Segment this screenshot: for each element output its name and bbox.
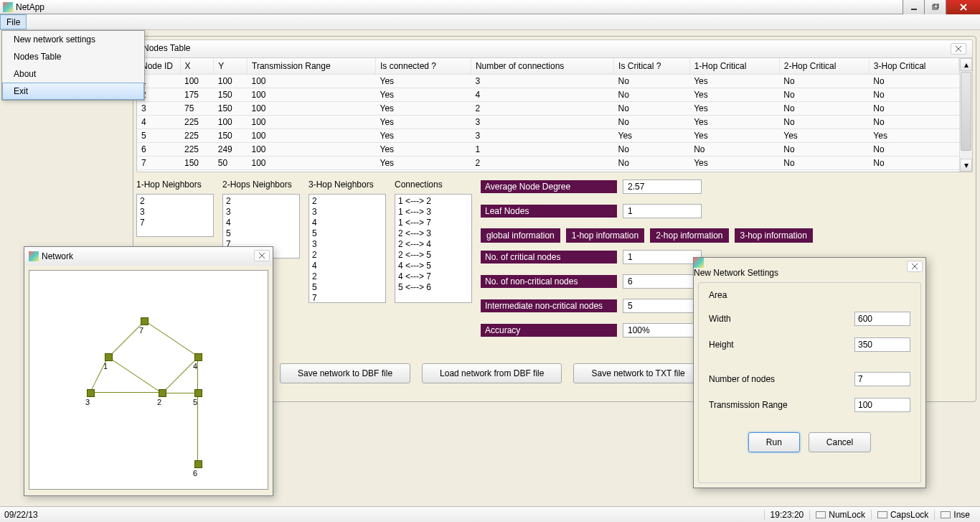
list-item[interactable]: 2 <---> 5 — [398, 250, 468, 261]
column-header[interactable]: Is connected ? — [375, 58, 471, 74]
list-item[interactable]: 7 — [140, 218, 210, 228]
3hop-info-button[interactable]: 3-hop information — [735, 228, 813, 243]
list-item[interactable]: 4 — [226, 218, 296, 228]
noncritical-label: No. of non-critical nodes — [481, 275, 617, 288]
table-wrap: Node IDXYTransmission RangeIs connected … — [137, 58, 972, 172]
save-txt-button[interactable]: Save network to TXT file — [573, 363, 702, 383]
edge — [90, 392, 162, 393]
network-window: Network 1234567 — [24, 246, 273, 496]
3hop-label: 3-Hop Neighbors — [308, 180, 386, 190]
run-button[interactable]: Run — [748, 432, 800, 452]
list-item[interactable]: 4 <---> 7 — [398, 271, 468, 282]
table-row[interactable]: 2175150100Yes4NoYesNoNo — [137, 88, 959, 101]
list-item[interactable]: 5 — [312, 282, 382, 293]
graph-node[interactable] — [159, 389, 166, 397]
1hop-listbox[interactable]: 237 — [136, 194, 214, 237]
width-input[interactable] — [854, 312, 910, 326]
panel-close-button[interactable] — [951, 43, 966, 55]
cancel-button[interactable]: Cancel — [809, 432, 871, 452]
scroll-thumb[interactable] — [961, 72, 971, 151]
column-header[interactable]: 3-Hop Critical — [869, 58, 958, 74]
noncritical-value: 6 — [623, 274, 702, 289]
list-item[interactable]: 3 — [226, 207, 296, 218]
column-header[interactable]: Transmission Range — [248, 58, 376, 74]
list-item[interactable]: 1 <---> 3 — [398, 207, 468, 218]
graph-node[interactable] — [194, 460, 202, 468]
critical-value: 1 — [623, 250, 702, 264]
table-row[interactable]: 715050100Yes2NoYesNoNo — [137, 156, 959, 169]
list-item[interactable]: 5 — [226, 228, 296, 239]
column-header[interactable]: X — [180, 58, 214, 74]
list-item[interactable]: 5 <---> 6 — [398, 282, 468, 293]
scroll-down-icon[interactable]: ▾ — [960, 159, 972, 172]
column-header[interactable]: 2-Hop Critical — [779, 58, 869, 74]
graph-node[interactable] — [141, 317, 149, 325]
settings-close-button[interactable] — [907, 261, 923, 272]
menu-about[interactable]: About — [2, 65, 144, 83]
column-header[interactable]: Number of connections — [471, 58, 613, 74]
table-row[interactable]: 5225150100Yes3YesYesYesYes — [137, 129, 959, 142]
3hop-listbox[interactable]: 2345324257 — [308, 194, 386, 303]
height-input[interactable] — [854, 337, 910, 352]
1hop-info-button[interactable]: 1-hop information — [566, 228, 644, 243]
status-capslock: CapsLock — [871, 510, 934, 520]
connections-listbox[interactable]: 1 <---> 21 <---> 31 <---> 72 <---> 32 <-… — [395, 194, 472, 303]
menu-file[interactable]: File — [0, 14, 27, 29]
menu-exit[interactable]: Exit — [2, 83, 144, 100]
close-button[interactable] — [946, 0, 980, 14]
network-window-header[interactable]: Network — [24, 247, 273, 266]
2hop-info-button[interactable]: 2-hop information — [650, 228, 728, 243]
list-item[interactable]: 3 — [140, 207, 210, 218]
list-item[interactable]: 3 — [312, 207, 382, 218]
column-header[interactable]: 1-Hop Critical — [689, 58, 779, 74]
menu-new-network-settings[interactable]: New network settings — [2, 31, 144, 48]
nodes-input[interactable] — [854, 372, 910, 386]
accuracy-value: 100% — [623, 323, 702, 337]
save-dbf-button[interactable]: Save network to DBF file — [280, 363, 410, 383]
table-row[interactable]: 6225249100Yes1NoNoNoNo — [137, 142, 959, 156]
network-close-button[interactable] — [254, 250, 270, 261]
table-row[interactable]: 375150100Yes2NoYesNoNo — [137, 101, 959, 115]
list-item[interactable]: 2 <---> 4 — [398, 239, 468, 250]
app-icon — [3, 2, 13, 12]
graph-node[interactable] — [194, 353, 202, 361]
list-item[interactable]: 2 — [312, 250, 382, 261]
range-input[interactable] — [854, 398, 910, 412]
graph-node[interactable] — [105, 353, 113, 361]
list-item[interactable]: 5 — [312, 228, 382, 239]
keyboard-icon — [941, 511, 951, 518]
scroll-up-icon[interactable]: ▴ — [960, 58, 972, 71]
column-header[interactable]: Y — [214, 58, 248, 74]
list-item[interactable]: 2 — [312, 271, 382, 282]
maximize-button[interactable] — [924, 0, 946, 14]
list-item[interactable]: 3 — [312, 239, 382, 250]
table-scrollbar[interactable]: ▴ ▾ — [959, 58, 972, 172]
critical-label: No. of critical nodes — [481, 251, 617, 264]
list-item[interactable]: 4 — [312, 261, 382, 271]
list-item[interactable]: 1 <---> 2 — [398, 196, 468, 207]
list-item[interactable]: 2 <---> 3 — [398, 228, 468, 239]
intermediate-label: Intermediate non-critical nodes — [481, 299, 617, 312]
1hop-label: 1-Hop Neighbors — [136, 180, 214, 190]
column-header[interactable]: Is Critical ? — [614, 58, 690, 74]
table-row[interactable]: 4225100100Yes3NoYesNoNo — [137, 115, 959, 129]
accuracy-label: Accuracy — [481, 324, 617, 337]
list-item[interactable]: 7 — [312, 293, 382, 303]
file-dropdown: New network settings Nodes Table About E… — [1, 30, 145, 101]
list-item[interactable]: 1 <---> 7 — [398, 218, 468, 228]
list-item[interactable]: 4 <---> 5 — [398, 261, 468, 271]
list-item[interactable]: 2 — [140, 196, 210, 207]
list-item[interactable]: 4 — [312, 218, 382, 228]
graph-node[interactable] — [194, 389, 202, 397]
graph-node[interactable] — [87, 389, 95, 397]
table-row[interactable]: 1100100100Yes3NoYesNoNo — [137, 74, 959, 88]
menu-nodes-table[interactable]: Nodes Table — [2, 48, 144, 65]
list-item[interactable]: 2 — [226, 196, 296, 207]
settings-header[interactable]: New Network Settings — [694, 258, 925, 278]
connections-label: Connections — [395, 180, 472, 190]
list-item[interactable]: 2 — [312, 196, 382, 207]
minimize-button[interactable] — [903, 0, 924, 14]
global-info-button[interactable]: global information — [481, 228, 560, 243]
load-dbf-button[interactable]: Load network from DBF file — [422, 363, 562, 383]
graph-node-label: 3 — [85, 398, 90, 406]
